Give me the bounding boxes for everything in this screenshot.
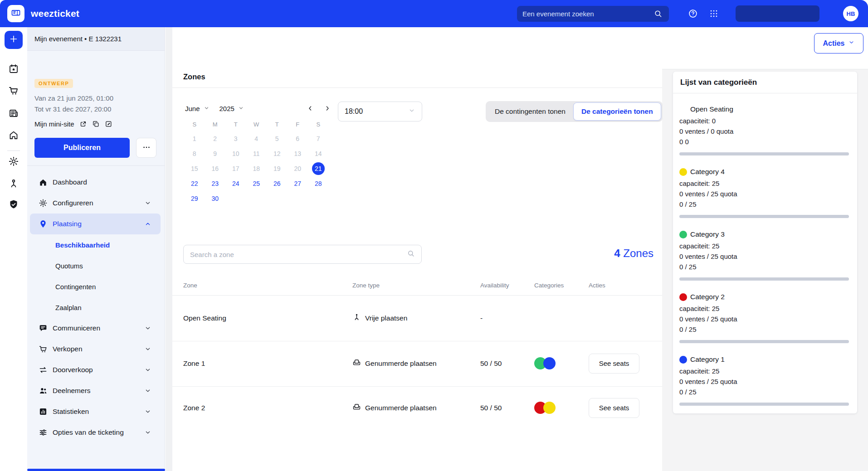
sidebar-item-statistieken[interactable]: Statistieken	[34, 401, 157, 422]
calendar-day-20[interactable]: 20	[288, 161, 308, 176]
category-sales: 0 ventes / 25 quota	[679, 189, 849, 199]
icon-rail	[0, 27, 27, 471]
calendar-day-18[interactable]: 18	[246, 161, 267, 176]
actions-dropdown-button[interactable]: Acties	[814, 33, 863, 53]
sidebar-subitem-zaalplan[interactable]: Zaalplan	[34, 297, 157, 318]
calendar-day-15[interactable]: 15	[184, 161, 205, 176]
sidebar-item-plaatsing[interactable]: Plaatsing	[30, 214, 161, 234]
people-icon	[39, 386, 48, 395]
event-header[interactable]: Mijn evenement • E 1322231	[27, 27, 165, 51]
category-color-dot	[679, 356, 687, 364]
sidebar-item-communiceren[interactable]: Communiceren	[34, 318, 157, 339]
calendar-day-10[interactable]: 10	[225, 146, 246, 161]
calendar-day-21[interactable]: 21	[308, 161, 329, 176]
category-ratio: 0 0	[679, 136, 849, 147]
toggle-option-1[interactable]: De categorieën tonen	[573, 102, 661, 121]
calendar-day-24[interactable]: 24	[225, 176, 246, 191]
calendar-day-1[interactable]: 1	[184, 131, 205, 146]
apps-grid-icon[interactable]	[709, 9, 719, 19]
sidebar-nav: DashboardConfigurerenPlaatsingBeschikbaa…	[34, 172, 157, 443]
calendar-day-17[interactable]: 17	[225, 161, 246, 176]
sidebar-item-deelnemers[interactable]: Deelnemers	[34, 380, 157, 401]
sidebar-subitem-contingenten[interactable]: Contingenten	[34, 276, 157, 297]
calendar-day-8[interactable]: 8	[184, 146, 205, 161]
category-ratio: 0 / 25	[679, 262, 849, 272]
calendar-day-23[interactable]: 23	[205, 176, 226, 191]
sidebar-item-opties-van-de-ticketing[interactable]: Opties van de ticketing	[34, 422, 157, 443]
gear-icon[interactable]	[8, 156, 19, 167]
sidebar-scrollbar[interactable]	[27, 469, 165, 471]
sidebar-item-configureren[interactable]: Configureren	[34, 193, 157, 214]
edit-icon[interactable]	[105, 120, 112, 128]
time-select[interactable]: 18:00	[338, 102, 422, 121]
create-event-button[interactable]	[5, 31, 23, 49]
time-value: 18:00	[345, 107, 363, 116]
publish-button[interactable]: Publiceren	[34, 138, 130, 158]
calendar-day-7[interactable]: 7	[308, 131, 329, 146]
toggle-option-0[interactable]: De contingenten tonen	[487, 102, 573, 121]
event-date-from: Van za 21 jun 2025, 01:00	[34, 93, 157, 103]
avatar[interactable]: HB	[843, 6, 858, 21]
calendar-day-11[interactable]: 11	[246, 146, 267, 161]
calendar-day-3[interactable]: 3	[225, 131, 246, 146]
next-month-icon[interactable]	[324, 105, 331, 112]
chevron-up-icon	[144, 220, 151, 228]
external-link-icon[interactable]	[79, 120, 87, 128]
chevron-down-icon	[848, 39, 855, 48]
help-icon[interactable]	[688, 9, 698, 19]
calendar-day-25[interactable]: 25	[246, 176, 267, 191]
category-dot	[543, 357, 556, 369]
zone-search[interactable]	[183, 245, 422, 264]
newspaper-icon[interactable]	[8, 108, 19, 119]
year-select[interactable]: 2025	[219, 105, 244, 112]
zone-availability: -	[480, 296, 483, 340]
sidebar-subitem-beschikbaarheid[interactable]: Beschikbaarheid	[34, 234, 157, 255]
calendar-day-22[interactable]: 22	[184, 176, 205, 191]
sidebar-item-verkopen[interactable]: Verkopen	[34, 339, 157, 359]
calendar-day-30[interactable]: 30	[205, 191, 226, 206]
event-search-input[interactable]	[522, 10, 653, 18]
home-icon	[39, 178, 48, 187]
categories-list: Open Seatingcapaciteit: 00 ventes / 0 qu…	[673, 93, 857, 406]
calendar-day-13[interactable]: 13	[288, 146, 308, 161]
weekday-label: M	[205, 118, 226, 130]
calendar-day-14[interactable]: 14	[308, 146, 329, 161]
zone-search-input[interactable]	[190, 251, 407, 258]
cart-icon[interactable]	[8, 85, 19, 96]
calendar-star-icon[interactable]	[8, 63, 19, 74]
prev-month-icon[interactable]	[307, 105, 314, 112]
calendar-day-26[interactable]: 26	[267, 176, 288, 191]
calendar-day-9[interactable]: 9	[205, 146, 226, 161]
calendar-days: 1234567891011121314151617181920212223242…	[184, 131, 336, 206]
sidebar-item-doorverkoop[interactable]: Doorverkoop	[34, 359, 157, 380]
access-control-icon[interactable]	[8, 178, 19, 189]
see-seats-button[interactable]: See seats	[589, 354, 639, 374]
calendar-day-19[interactable]: 19	[267, 161, 288, 176]
calendar-day-12[interactable]: 12	[267, 146, 288, 161]
copy-icon[interactable]	[92, 120, 100, 128]
shield-check-icon[interactable]	[8, 199, 19, 210]
sidebar-subitem-quotums[interactable]: Quotums	[34, 255, 157, 276]
sidebar-item-dashboard[interactable]: Dashboard	[34, 172, 157, 193]
month-select[interactable]: June	[185, 105, 210, 112]
calendar-day-6[interactable]: 6	[288, 131, 308, 146]
calendar-day-2[interactable]: 2	[205, 131, 226, 146]
see-seats-button[interactable]: See seats	[589, 398, 639, 418]
chevron-down-icon	[144, 429, 151, 436]
event-search[interactable]	[517, 6, 669, 22]
zone-availability: 50 / 50	[480, 386, 502, 430]
category-color-dot	[679, 231, 687, 238]
venue-icon[interactable]	[8, 130, 19, 141]
calendar-day-28[interactable]: 28	[308, 176, 329, 191]
more-actions-button[interactable]	[136, 138, 156, 158]
calendar-day-27[interactable]: 27	[288, 176, 308, 191]
category-item: Category 4capaciteit: 250 ventes / 25 qu…	[679, 168, 849, 218]
calendar-day-4[interactable]: 4	[246, 131, 267, 146]
calendar-day-5[interactable]: 5	[267, 131, 288, 146]
calendar-day-29[interactable]: 29	[184, 191, 205, 206]
calendar-day-16[interactable]: 16	[205, 161, 226, 176]
app-window: weezticket HB Mijn evenement • E 1322231…	[0, 0, 868, 471]
category-name: Open Seating	[690, 105, 733, 113]
category-name: Category 1	[690, 355, 725, 364]
organization-selector[interactable]	[736, 5, 819, 22]
